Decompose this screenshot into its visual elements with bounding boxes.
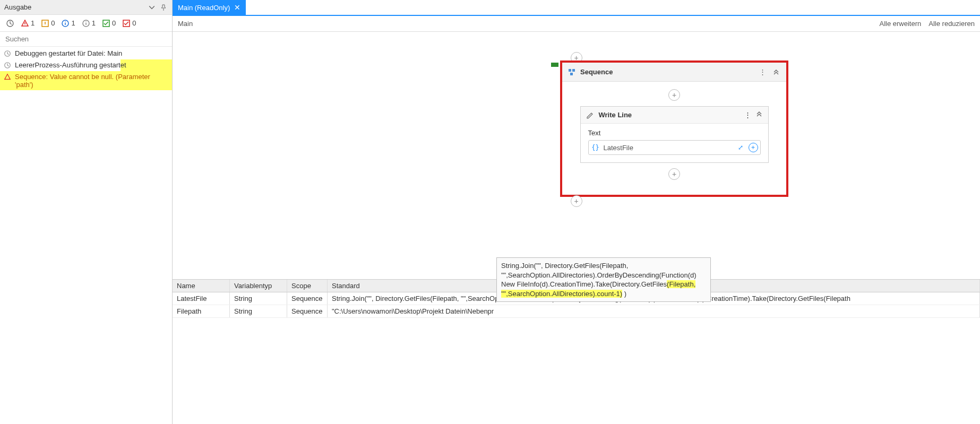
log-row[interactable]: LeererProzess-Ausführung gestartet	[0, 59, 172, 71]
panel-dropdown-icon[interactable]	[148, 3, 156, 12]
filter-error[interactable]: 1	[18, 18, 37, 29]
tab-main[interactable]: Main (ReadOnly) ✕	[173, 0, 246, 15]
writeline-text-value: LatestFile	[604, 144, 733, 152]
breakpoint-marker[interactable]	[551, 63, 558, 67]
clock-icon	[3, 49, 12, 58]
col-scope[interactable]: Scope	[287, 280, 328, 292]
sequence-activity[interactable]: Sequence ⋮ + Write Line	[560, 60, 788, 197]
var-type[interactable]: String	[230, 305, 287, 317]
sequence-body: + Write Line ⋮	[562, 82, 786, 195]
svg-point-6	[65, 21, 66, 22]
tooltip-hl2: "",SearchOption.AllDirectories).count-1)	[501, 290, 622, 298]
col-name[interactable]: Name	[173, 280, 230, 292]
filter-ok-green[interactable]: 0	[99, 18, 118, 29]
writeline-text-input[interactable]: {} LatestFile ⤢ +	[588, 140, 761, 155]
writeline-body: Text {} LatestFile ⤢ +	[581, 124, 768, 162]
log-row[interactable]: Sequence: Value cannot be null. (Paramet…	[0, 71, 172, 90]
var-name[interactable]: LatestFile	[173, 292, 230, 305]
svg-rect-14	[569, 69, 571, 72]
log-text: LeererProzess-Ausführung gestartet	[15, 61, 169, 69]
add-activity-bottom-button[interactable]: +	[571, 195, 582, 207]
var-default[interactable]: "C:\Users\nowamori\Desktop\Projekt Datei…	[328, 305, 980, 317]
output-log-list: Debuggen gestartet für Datei: Main Leere…	[0, 47, 172, 424]
add-expression-icon[interactable]: +	[749, 143, 758, 152]
filter-info-gray[interactable]: 1	[79, 18, 98, 29]
variable-row[interactable]: Filepath String Sequence "C:\Users\nowam…	[173, 305, 980, 318]
filter-clock[interactable]	[3, 18, 17, 29]
filter-info-gray-count: 1	[92, 19, 96, 27]
sequence-title: Sequence	[580, 68, 613, 76]
svg-rect-16	[570, 73, 573, 75]
error-triangle-icon	[21, 19, 29, 28]
collapse-icon[interactable]	[755, 110, 763, 119]
expression-icon: {}	[591, 144, 600, 151]
filter-error-count: 1	[31, 19, 35, 27]
error-triangle-icon	[3, 73, 12, 81]
info-gray-icon	[82, 19, 90, 28]
tooltip-post: )	[622, 290, 626, 298]
workflow-designer[interactable]: + Sequence ⋮ +	[173, 32, 980, 279]
tab-label: Main (ReadOnly)	[178, 4, 230, 12]
warning-square-icon	[41, 19, 49, 28]
expression-tooltip: String.Join("", Directory.GetFiles(Filep…	[496, 257, 711, 302]
filter-info-blue-count: 1	[71, 19, 75, 27]
expand-all-link[interactable]: Alle erweitern	[880, 20, 922, 28]
filter-ok-green-count: 0	[112, 19, 116, 27]
output-panel-titlebar: Ausgabe	[0, 0, 172, 15]
filter-warning[interactable]: 0	[38, 18, 57, 29]
output-panel: Ausgabe 1	[0, 0, 173, 424]
log-row[interactable]: Debuggen gestartet für Datei: Main	[0, 48, 172, 59]
writeline-icon	[586, 111, 595, 119]
main-panel: Main (ReadOnly) ✕ Main Alle erweitern Al…	[173, 0, 980, 424]
var-name[interactable]: Filepath	[173, 305, 230, 317]
panel-pin-icon[interactable]	[159, 3, 168, 12]
clock-icon	[6, 19, 14, 28]
output-filter-bar: 1 0 1 1	[0, 15, 172, 32]
writeline-title: Write Line	[599, 111, 632, 119]
info-blue-icon	[61, 19, 70, 28]
filter-warning-count: 0	[51, 19, 55, 27]
add-activity-inner-bottom-button[interactable]: +	[668, 168, 680, 180]
output-search-row	[0, 32, 172, 47]
check-green-icon	[102, 19, 110, 28]
collapse-all-link[interactable]: Alle reduzieren	[929, 20, 975, 28]
tooltip-hl1: (Filepath,	[667, 280, 695, 288]
log-text: Sequence: Value cannot be null. (Paramet…	[15, 73, 169, 89]
expand-editor-icon[interactable]: ⤢	[736, 143, 745, 152]
writeline-text-label: Text	[588, 129, 761, 137]
filter-ok-red-count: 0	[132, 19, 136, 27]
filter-ok-red[interactable]: 0	[119, 18, 139, 29]
sequence-header[interactable]: Sequence ⋮	[562, 63, 786, 82]
clock-icon	[3, 61, 12, 70]
sequence-icon	[568, 68, 576, 76]
check-red-icon	[122, 19, 131, 28]
col-type[interactable]: Variablentyp	[230, 280, 287, 292]
log-text: Debuggen gestartet für Datei: Main	[15, 49, 169, 57]
breadcrumb-bar: Main Alle erweitern Alle reduzieren	[173, 16, 980, 32]
more-options-icon[interactable]: ⋮	[758, 67, 767, 77]
writeline-activity[interactable]: Write Line ⋮ Text {} LatestFile	[580, 106, 769, 163]
add-activity-inner-top-button[interactable]: +	[668, 89, 680, 101]
tab-close-icon[interactable]: ✕	[234, 3, 240, 12]
output-panel-title: Ausgabe	[4, 3, 31, 11]
var-scope[interactable]: Sequence	[287, 292, 328, 305]
more-options-icon[interactable]: ⋮	[744, 111, 751, 119]
tab-bar: Main (ReadOnly) ✕	[173, 0, 980, 16]
var-type[interactable]: String	[230, 292, 287, 305]
filter-info-blue[interactable]: 1	[58, 18, 78, 29]
output-search-input[interactable]	[0, 32, 172, 46]
collapse-icon[interactable]	[771, 67, 781, 77]
breadcrumb[interactable]: Main	[178, 20, 193, 28]
writeline-header[interactable]: Write Line ⋮	[581, 107, 768, 124]
svg-point-9	[85, 21, 87, 22]
svg-rect-15	[572, 69, 575, 72]
var-scope[interactable]: Sequence	[287, 305, 328, 317]
